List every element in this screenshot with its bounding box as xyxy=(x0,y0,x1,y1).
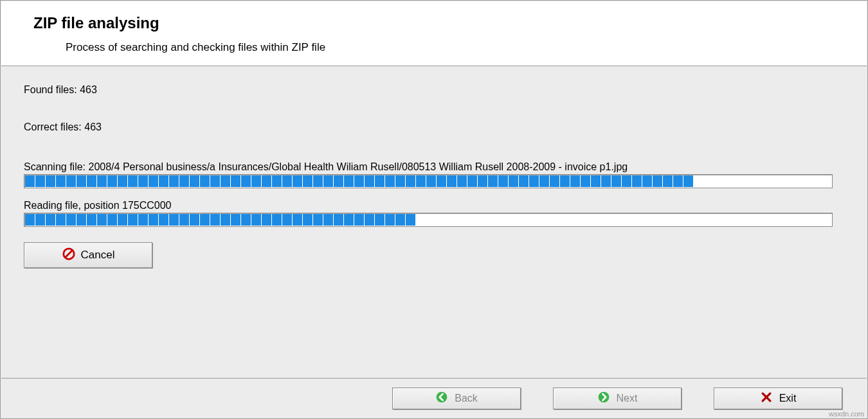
reading-file-label: Reading file, position xyxy=(24,200,120,211)
progress-segment xyxy=(190,175,199,187)
found-files-value: 463 xyxy=(80,84,97,95)
exit-button[interactable]: Exit xyxy=(714,388,842,409)
correct-files-line: Correct files: 463 xyxy=(24,121,844,133)
svg-line-1 xyxy=(65,250,72,257)
watermark: wsxdn.com xyxy=(829,410,864,418)
reading-file-position: 175CC000 xyxy=(122,200,172,211)
progress-segment xyxy=(149,214,158,226)
progress-segment xyxy=(642,175,652,187)
progress-segment xyxy=(200,175,210,187)
progress-segment xyxy=(365,175,374,187)
progress-segment xyxy=(303,175,312,187)
progress-segment xyxy=(87,175,96,187)
back-button[interactable]: Back xyxy=(392,388,521,409)
progress-segment xyxy=(149,175,158,187)
progress-segment xyxy=(498,175,508,187)
progress-segment xyxy=(179,175,189,187)
exit-icon xyxy=(760,391,773,406)
progress-segment xyxy=(550,175,559,187)
progress-segment xyxy=(282,214,292,226)
cancel-icon xyxy=(62,247,76,264)
next-icon xyxy=(597,391,610,406)
progress-segment xyxy=(591,175,601,187)
progress-segment xyxy=(622,175,631,187)
progress-segment xyxy=(313,214,323,226)
progress-segment xyxy=(251,175,261,187)
cancel-button-label: Cancel xyxy=(81,249,115,262)
progress-segment xyxy=(138,214,148,226)
svg-point-3 xyxy=(598,391,609,402)
found-files-line: Found files: 463 xyxy=(24,84,844,96)
progress-segment xyxy=(354,175,364,187)
scanning-file-line: Scanning file: 2008/4 Personal business/… xyxy=(24,161,844,173)
progress-segment xyxy=(519,175,529,187)
progress-segment xyxy=(581,175,590,187)
progress-segment xyxy=(118,175,127,187)
progress-segment xyxy=(46,214,55,226)
progress-segment xyxy=(118,214,127,226)
progress-segment xyxy=(159,214,168,226)
progress-segment xyxy=(303,214,312,226)
progress-segment xyxy=(190,214,199,226)
progress-segment xyxy=(97,175,107,187)
content-panel: Found files: 463 Correct files: 463 Scan… xyxy=(1,66,867,378)
progress-segment xyxy=(509,175,518,187)
progress-segment xyxy=(77,214,86,226)
progress-segment xyxy=(128,175,138,187)
progress-segment xyxy=(210,175,220,187)
progress-segment xyxy=(488,175,498,187)
progress-segment xyxy=(107,214,117,226)
progress-segment xyxy=(447,175,457,187)
progress-segment xyxy=(35,214,45,226)
progress-segment xyxy=(323,175,333,187)
correct-files-value: 463 xyxy=(84,121,102,132)
progress-segment xyxy=(251,214,261,226)
page-title: ZIP file analysing xyxy=(33,14,867,32)
progress-segment xyxy=(457,175,467,187)
progress-segment xyxy=(77,175,86,187)
header-panel: ZIP file analysing Process of searching … xyxy=(1,1,867,66)
next-button-label: Next xyxy=(617,393,638,404)
scanning-file-label: Scanning file: xyxy=(24,161,86,172)
next-button[interactable]: Next xyxy=(553,388,682,409)
progress-segment xyxy=(262,214,271,226)
progress-segment xyxy=(221,214,230,226)
wizard-dialog: ZIP file analysing Process of searching … xyxy=(0,0,868,419)
progress-segment xyxy=(416,175,426,187)
progress-segment xyxy=(87,214,96,226)
progress-segment xyxy=(282,175,292,187)
progress-segment xyxy=(169,214,179,226)
progress-segment xyxy=(467,175,477,187)
progress-segment xyxy=(138,175,148,187)
progress-segment xyxy=(241,214,251,226)
progress-segment xyxy=(241,175,251,187)
progress-segment xyxy=(334,214,343,226)
progress-segment xyxy=(313,175,323,187)
progress-segment xyxy=(179,214,189,226)
progress-segment xyxy=(601,175,611,187)
correct-files-label: Correct files: xyxy=(24,121,82,132)
exit-button-label: Exit xyxy=(779,393,797,404)
progress-segment xyxy=(426,175,436,187)
progress-segment xyxy=(375,214,384,226)
found-files-label: Found files: xyxy=(24,84,77,95)
progress-segment xyxy=(365,214,374,226)
progress-segment xyxy=(159,175,168,187)
progress-segment xyxy=(272,175,282,187)
back-button-label: Back xyxy=(455,393,478,404)
progress-segment xyxy=(632,175,642,187)
progress-segment xyxy=(25,214,35,226)
progress-segment xyxy=(437,175,446,187)
footer-panel: Back Next Exit xyxy=(1,378,867,418)
progress-segment xyxy=(478,175,487,187)
cancel-button[interactable]: Cancel xyxy=(24,242,152,268)
reading-progress-bar xyxy=(24,213,833,227)
progress-segment xyxy=(272,214,282,226)
progress-segment xyxy=(406,175,415,187)
scanning-file-path: 2008/4 Personal business/a Insurances/Gl… xyxy=(89,161,628,172)
progress-segment xyxy=(673,175,683,187)
progress-segment xyxy=(231,214,240,226)
progress-segment xyxy=(406,214,415,226)
progress-segment xyxy=(56,175,66,187)
progress-segment xyxy=(611,175,621,187)
